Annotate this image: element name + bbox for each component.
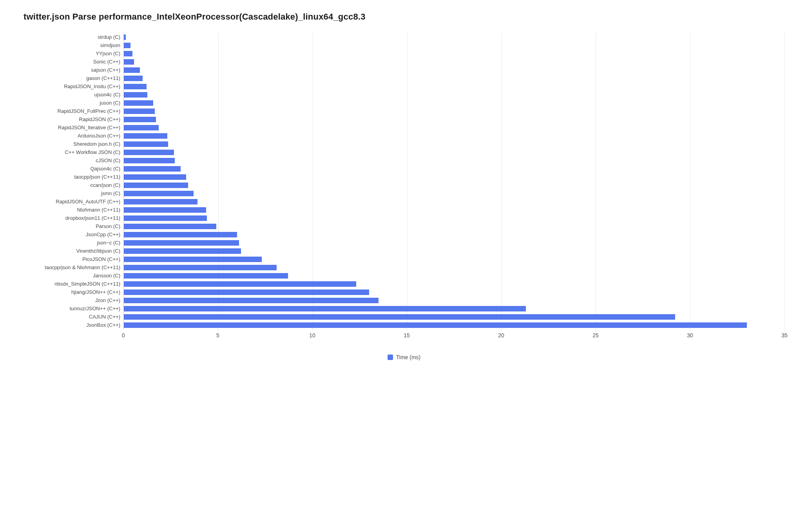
bar: [124, 240, 239, 246]
bar-row: [124, 304, 784, 313]
y-axis-label: Jansson (C): [24, 271, 120, 280]
bar-row: [124, 247, 784, 255]
y-axis-label: RapidJSON (C++): [24, 115, 120, 123]
y-axis-label: gason (C++11): [24, 74, 120, 82]
bar: [124, 166, 181, 172]
x-axis-tick: 35: [781, 332, 788, 338]
plot-area: [123, 33, 784, 329]
bar-row: [124, 165, 784, 173]
bar-row: [124, 58, 784, 66]
x-axis-tick: 25: [592, 332, 599, 338]
y-axis-label: ccan/json (C): [24, 181, 120, 189]
y-axis-label: juson (C): [24, 99, 120, 107]
y-axis-label: Sonic (C++): [24, 58, 120, 66]
bar: [124, 207, 206, 213]
x-axis-tick: 20: [498, 332, 504, 338]
y-axis-label: hjiang/JSON++ (C++): [24, 288, 120, 296]
y-axis-label: cJSON (C): [24, 156, 120, 165]
bar-row: [124, 206, 784, 214]
y-axis-labels: strdup (C)simdjsonYYjson (C)Sonic (C++)s…: [24, 33, 123, 329]
bar-row: [124, 140, 784, 148]
bar: [124, 290, 369, 295]
bar: [124, 141, 168, 147]
bar: [124, 67, 140, 73]
bar: [124, 100, 153, 106]
bar-row: [124, 255, 784, 263]
bar: [124, 43, 130, 48]
bar: [124, 298, 379, 303]
bar-row: [124, 313, 784, 321]
bar-row: [124, 148, 784, 156]
bar-row: [124, 214, 784, 222]
y-axis-label: Jzon (C++): [24, 296, 120, 304]
bar-row: [124, 156, 784, 165]
chart-container: twitter.json Parse performance_IntelXeon…: [24, 12, 784, 360]
bar: [124, 133, 167, 139]
bar: [124, 257, 262, 262]
bar: [124, 306, 526, 311]
chart-body: strdup (C)simdjsonYYjson (C)Sonic (C++)s…: [24, 33, 784, 329]
bar: [124, 76, 143, 81]
legend: Time (ms): [24, 354, 784, 360]
bar: [124, 322, 747, 328]
bar: [124, 34, 126, 40]
bar: [124, 109, 155, 114]
bar: [124, 174, 186, 180]
bar-row: [124, 280, 784, 288]
bar-row: [124, 99, 784, 107]
bar: [124, 215, 207, 221]
x-axis-tick: 0: [122, 332, 125, 338]
bars-group: [124, 33, 784, 329]
chart-title: twitter.json Parse performance_IntelXeon…: [24, 12, 784, 22]
bar: [124, 265, 277, 270]
bar-row: [124, 230, 784, 239]
bar-row: [124, 90, 784, 99]
y-axis-label: simdjson: [24, 41, 120, 49]
bar-row: [124, 321, 784, 329]
bar: [124, 281, 356, 287]
y-axis-label: PicoJSON (C++): [24, 255, 120, 263]
y-axis-label: Parson (C): [24, 222, 120, 230]
y-axis-label: dropbox/json11 (C++11): [24, 214, 120, 222]
bar-row: [124, 263, 784, 271]
bar-row: [124, 107, 784, 115]
y-axis-label: json−c (C): [24, 239, 120, 247]
y-axis-label: strdup (C): [24, 33, 120, 41]
y-axis-label: ujson4c (C): [24, 90, 120, 99]
y-axis-label: nbsdx_SimpleJSON (C++11): [24, 280, 120, 288]
x-axis-tick: 30: [687, 332, 693, 338]
x-axis-tick: 10: [309, 332, 315, 338]
y-axis-label: tunnuz/JSON++ (C++): [24, 304, 120, 313]
bar: [124, 150, 174, 155]
bar-row: [124, 33, 784, 41]
y-axis-label: JsonCpp (C++): [24, 230, 120, 239]
y-axis-label: RapidJSON_AutoUTF (C++): [24, 197, 120, 206]
bar-row: [124, 296, 784, 304]
y-axis-label: C++ Workflow JSON (C): [24, 148, 120, 156]
y-axis-label: taocpp/json & Nlohmann (C++11): [24, 263, 120, 271]
bar: [124, 125, 159, 130]
bar-row: [124, 82, 784, 90]
y-axis-label: RapidJSON_Iterative (C++): [24, 123, 120, 132]
bar-row: [124, 288, 784, 296]
x-axis: 05101520253035: [123, 332, 784, 341]
bar: [124, 273, 288, 279]
bar-row: [124, 173, 784, 181]
y-axis-label: ArduinoJson (C++): [24, 132, 120, 140]
bar: [124, 191, 194, 196]
bar-row: [124, 49, 784, 58]
bar-row: [124, 197, 784, 206]
bar: [124, 84, 147, 89]
bar-row: [124, 222, 784, 230]
y-axis-label: jsmn (C): [24, 189, 120, 197]
y-axis-label: Qajson4c (C): [24, 165, 120, 173]
bar-row: [124, 132, 784, 140]
x-axis-tick: 15: [404, 332, 410, 338]
bar: [124, 183, 188, 188]
bar-row: [124, 189, 784, 197]
bar: [124, 92, 147, 98]
bar: [124, 224, 216, 229]
bar-row: [124, 123, 784, 132]
bar-row: [124, 66, 784, 74]
bar: [124, 117, 156, 122]
